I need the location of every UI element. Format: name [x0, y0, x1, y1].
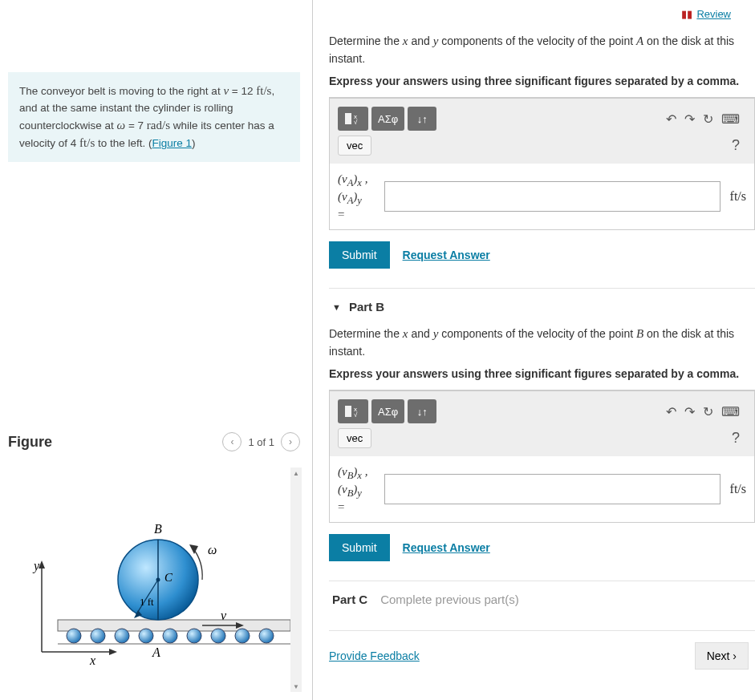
qb-and: and: [408, 327, 433, 340]
ps-w-unit: rad/s: [147, 119, 170, 132]
left-panel: The conveyor belt is moving to the right…: [0, 0, 313, 700]
figure-prev-button[interactable]: ‹: [222, 432, 242, 451]
ps-w-eq: = 7: [128, 119, 147, 132]
keyboard-icon[interactable]: ⌨: [721, 111, 740, 127]
figure-link[interactable]: Figure 1: [152, 137, 193, 149]
partA-request-answer[interactable]: Request Answer: [403, 249, 490, 261]
partB-varlabel: (vB)x , (vB)y =: [338, 464, 378, 514]
template-icon: x√: [344, 112, 362, 125]
figure-next-button[interactable]: ›: [281, 432, 300, 451]
ps-v-unit: ft/s: [256, 84, 271, 97]
axis-x-label: x: [89, 653, 95, 667]
ps-v-eq: = 12: [232, 85, 256, 97]
help-icon[interactable]: ?: [732, 137, 746, 154]
qb-pre: Determine the: [329, 327, 403, 340]
template-button-b[interactable]: x√: [338, 399, 368, 423]
partB-input-row: (vB)x , (vB)y = ft/s: [330, 456, 754, 522]
greek-button[interactable]: ΑΣφ: [371, 107, 404, 131]
partC-header[interactable]: Part C Complete previous part(s): [329, 581, 755, 617]
bottom-row: Provide Feedback Next ›: [329, 630, 755, 670]
qb-post: components of the velocity of the point: [438, 327, 636, 340]
qa-and: and: [408, 34, 433, 47]
undo-icon[interactable]: ↶: [666, 111, 676, 127]
redo-icon[interactable]: ↷: [684, 111, 695, 127]
roller-group: [67, 629, 274, 643]
svg-point-12: [235, 629, 250, 643]
partA-input-row: (vA)x , (vA)y = ft/s: [330, 164, 754, 229]
vec-button-b[interactable]: vec: [338, 428, 371, 448]
svg-rect-23: [345, 113, 351, 124]
greek-button-b[interactable]: ΑΣφ: [371, 399, 404, 423]
partA-varlabel: (vA)x , (vA)y =: [338, 172, 378, 221]
partA-answer-input[interactable]: [384, 181, 720, 212]
svg-point-11: [211, 629, 225, 643]
partA-question: Determine the x and y components of the …: [329, 32, 755, 67]
svg-point-9: [163, 629, 177, 643]
svg-marker-3: [109, 649, 117, 655]
flag-icon: ▮▮: [681, 8, 692, 20]
label-omega: ω: [208, 543, 217, 556]
ps-c-unit: ft/s: [79, 136, 95, 149]
undo-icon-b[interactable]: ↶: [666, 404, 676, 419]
label-B: B: [154, 522, 162, 536]
reset-icon[interactable]: ↻: [703, 111, 713, 127]
figure-scrollbar[interactable]: ▲ ▼: [290, 467, 302, 692]
label-v: v: [221, 609, 227, 622]
figure-area: y x: [8, 467, 300, 700]
partA-instruction: Express your answers using three signifi…: [329, 74, 755, 90]
ps-tail: to the left. (: [95, 137, 152, 149]
partB-instruction: Express your answers using three signifi…: [329, 366, 755, 382]
partA-toolbar: x√ ΑΣφ ↓↑ ↶ ↷ ↻ ⌨ vec: [330, 99, 754, 164]
svg-marker-20: [189, 544, 198, 554]
problem-statement: The conveyor belt is moving to the right…: [8, 72, 300, 162]
subscript-button[interactable]: ↓↑: [408, 107, 436, 131]
axis-y-label: y: [32, 559, 40, 573]
qa-x: x: [403, 34, 408, 47]
qa-pt: A: [636, 34, 643, 47]
ps-text: The conveyor belt is moving to the right…: [19, 85, 223, 97]
partB-toolbar: x√ ΑΣφ ↓↑ ↶ ↷ ↻ ⌨ vec: [330, 391, 754, 456]
scroll-up-icon[interactable]: ▲: [290, 467, 302, 479]
keyboard-icon-b[interactable]: ⌨: [721, 404, 740, 419]
reset-icon-b[interactable]: ↻: [703, 404, 713, 419]
label-A: A: [152, 645, 160, 659]
caret-down-icon: ▼: [332, 302, 341, 312]
scroll-down-icon[interactable]: ▼: [290, 681, 302, 692]
label-C: C: [164, 571, 173, 584]
next-button[interactable]: Next ›: [695, 642, 749, 670]
partC-locked-text: Complete previous part(s): [380, 593, 519, 606]
help-icon-b[interactable]: ?: [732, 430, 746, 447]
svg-point-8: [139, 629, 153, 643]
review-link[interactable]: ▮▮ Review: [329, 8, 755, 20]
svg-point-10: [187, 629, 201, 643]
svg-marker-1: [39, 560, 45, 568]
arrows-icon: ↓↑: [417, 113, 428, 125]
partB-answer-input[interactable]: [384, 474, 720, 504]
ps-v-sym: v: [223, 84, 229, 97]
partB-eq: =: [338, 500, 378, 514]
partB-submit-button[interactable]: Submit: [329, 534, 390, 561]
figure-pager: ‹ 1 of 1 ›: [222, 432, 300, 451]
partB-unit: ft/s: [730, 482, 746, 496]
right-panel: ▮▮ Review Determine the x and y componen…: [313, 0, 755, 700]
figure-title: Figure: [8, 434, 52, 451]
partB-request-answer[interactable]: Request Answer: [403, 541, 490, 554]
partB-header[interactable]: ▼ Part B: [329, 288, 755, 325]
svg-point-13: [259, 629, 274, 643]
qb-x: x: [403, 327, 408, 340]
figure-heading-row: Figure ‹ 1 of 1 ›: [8, 424, 300, 451]
partA-submit-button[interactable]: Submit: [329, 241, 390, 269]
provide-feedback-link[interactable]: Provide Feedback: [329, 649, 420, 662]
subscript-button-b[interactable]: ↓↑: [408, 399, 436, 423]
template-button[interactable]: x√: [338, 107, 368, 131]
qa-pre: Determine the: [329, 34, 403, 47]
chevron-right-icon: ›: [733, 649, 737, 662]
partA-eq: =: [338, 207, 378, 221]
vec-button[interactable]: vec: [338, 136, 371, 156]
ps-w-sym: ω: [117, 119, 126, 132]
svg-rect-4: [58, 620, 290, 631]
ps-close: ): [192, 137, 196, 149]
partC-title: Part C: [332, 593, 367, 606]
svg-text:√: √: [354, 119, 358, 125]
redo-icon-b[interactable]: ↷: [684, 404, 695, 419]
